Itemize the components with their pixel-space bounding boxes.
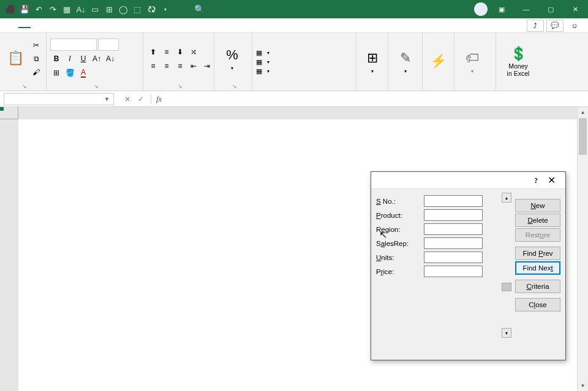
price-field[interactable] <box>424 266 483 277</box>
minimize-button[interactable]: — <box>516 0 537 18</box>
qat-button[interactable]: ▦ <box>60 2 74 16</box>
quick-access-toolbar: ⬛ 💾 ↶ ↷ ▦ A↓ ▭ ⊞ ◯ ⬚ 🗘 ▾ <box>0 2 176 16</box>
tab-page-layout[interactable] <box>45 24 58 28</box>
tab-file[interactable] <box>5 24 17 28</box>
borders-button[interactable]: ⊞ <box>50 67 62 79</box>
save-icon[interactable]: 💾 <box>18 2 31 16</box>
undo-icon[interactable]: ↶ <box>32 2 45 16</box>
underline-button[interactable]: U <box>77 53 89 65</box>
sensitivity-button[interactable]: 🏷▾ <box>458 42 486 82</box>
chevron-down-icon[interactable]: ▼ <box>104 96 110 102</box>
delete-button[interactable]: Delete <box>515 214 560 227</box>
enter-formula-icon[interactable]: ✓ <box>135 95 147 103</box>
qat-customize-icon[interactable]: ▾ <box>159 2 172 16</box>
dialog-launcher-icon[interactable]: ↘ <box>22 83 27 89</box>
font-size-selector[interactable] <box>98 39 119 51</box>
increase-indent-icon[interactable]: ⇥ <box>201 60 213 72</box>
tab-review[interactable] <box>86 24 98 28</box>
close-button[interactable]: Close <box>515 298 560 311</box>
autosave-toggle[interactable]: ⬛ <box>4 2 17 16</box>
dialog-launcher-icon[interactable]: ↘ <box>94 83 99 89</box>
tab-insert[interactable] <box>32 24 44 28</box>
find-next-button[interactable]: Find Next <box>515 261 560 275</box>
cut-icon[interactable]: ✂ <box>30 39 42 51</box>
font-selector[interactable] <box>50 39 97 51</box>
copy-icon[interactable]: ⧉ <box>30 53 42 65</box>
align-left-icon[interactable]: ≡ <box>147 60 159 72</box>
units-field[interactable] <box>424 251 483 263</box>
align-right-icon[interactable]: ≡ <box>174 60 186 72</box>
tab-developer[interactable] <box>113 24 125 28</box>
name-box[interactable]: ▼ <box>4 93 114 105</box>
dialog-scrollbar[interactable]: ▴ ▾ <box>502 193 511 356</box>
cells-button[interactable]: ⊞▾ <box>360 42 384 82</box>
dialog-launcher-icon[interactable]: ↘ <box>232 83 237 89</box>
tab-home[interactable] <box>18 23 31 28</box>
increase-font-icon[interactable]: A↑ <box>91 53 103 65</box>
scrollbar-thumb[interactable] <box>579 118 587 155</box>
ribbon-display-options-icon[interactable]: ▣ <box>491 0 512 18</box>
close-icon[interactable]: ✕ <box>544 174 559 186</box>
fill-color-button[interactable]: 🪣 <box>64 67 76 79</box>
font-color-button[interactable]: A <box>77 67 89 79</box>
qat-button[interactable]: ▭ <box>88 2 102 16</box>
bold-button[interactable]: B <box>50 53 62 65</box>
help-face-icon[interactable]: ☺ <box>566 20 583 32</box>
scrollbar-thumb[interactable] <box>502 283 511 291</box>
vertical-scrollbar[interactable]: ▲ ▼ <box>577 107 588 391</box>
scroll-up-icon[interactable]: ▲ <box>578 107 588 117</box>
share-button[interactable]: ⤴ <box>527 20 544 32</box>
qat-refresh-icon[interactable]: 🗘 <box>145 2 158 16</box>
search-icon[interactable]: 🔍 <box>176 4 205 14</box>
avatar[interactable] <box>474 2 488 16</box>
italic-button[interactable]: I <box>64 53 76 65</box>
decrease-indent-icon[interactable]: ⇤ <box>187 60 200 72</box>
decrease-font-icon[interactable]: A↓ <box>104 53 116 65</box>
tab-power-pivot[interactable] <box>140 24 152 28</box>
tab-table-design[interactable] <box>153 24 165 28</box>
redo-icon[interactable]: ↷ <box>46 2 59 16</box>
format-painter-icon[interactable]: 🖌 <box>30 66 42 78</box>
qat-button[interactable]: ⊞ <box>102 2 116 16</box>
close-button[interactable]: ✕ <box>565 0 586 18</box>
orientation-icon[interactable]: ⤭ <box>187 46 200 58</box>
sort-asc-icon[interactable]: A↓ <box>74 2 88 16</box>
cond-format-icon: ▦ <box>256 49 262 57</box>
dialog-launcher-icon[interactable]: ↘ <box>178 83 183 89</box>
align-top-icon[interactable]: ⬆ <box>147 46 159 58</box>
restore-button[interactable]: Restore <box>515 228 560 242</box>
new-button[interactable]: New <box>515 199 560 212</box>
cell-styles-button[interactable]: ▦▾ <box>256 67 270 75</box>
find-prev-button[interactable]: Find Prev <box>515 247 560 260</box>
tab-data[interactable] <box>72 24 85 28</box>
ideas-button[interactable]: ⚡ <box>426 42 450 82</box>
conditional-formatting-button[interactable]: ▦▾ <box>256 49 270 57</box>
tab-power-view[interactable] <box>126 24 138 28</box>
number-format-button[interactable]: %▾ <box>218 39 246 79</box>
scroll-down-icon[interactable]: ▾ <box>502 328 511 338</box>
maximize-button[interactable]: ▢ <box>540 0 561 18</box>
align-center-icon[interactable]: ≡ <box>160 60 173 72</box>
fill-handle[interactable] <box>0 107 4 111</box>
region-field[interactable] <box>424 223 483 235</box>
scroll-down-icon[interactable]: ▼ <box>578 381 588 391</box>
paste-button[interactable]: 📋 <box>4 39 28 79</box>
qat-button[interactable]: ◯ <box>116 2 130 16</box>
cancel-formula-icon[interactable]: ✕ <box>121 95 134 103</box>
tab-view[interactable] <box>99 24 111 28</box>
money-in-excel-button[interactable]: 💲Moneyin Excel <box>500 42 537 82</box>
comments-button[interactable]: 💬 <box>546 20 564 32</box>
align-middle-icon[interactable]: ≡ <box>160 46 173 58</box>
product-field[interactable] <box>424 209 483 221</box>
qat-button[interactable]: ⬚ <box>130 2 144 16</box>
sno-field[interactable] <box>424 195 483 207</box>
insert-function-button[interactable]: fx <box>151 94 167 104</box>
salesrep-field[interactable] <box>424 237 483 249</box>
help-button[interactable]: ? <box>528 177 544 184</box>
scroll-up-icon[interactable]: ▴ <box>502 193 511 203</box>
tab-formulas[interactable] <box>59 24 71 28</box>
format-as-table-button[interactable]: ▦▾ <box>256 58 270 66</box>
criteria-button[interactable]: Criteria <box>515 280 560 293</box>
align-bottom-icon[interactable]: ⬇ <box>174 46 186 58</box>
editing-button[interactable]: ✎▾ <box>392 42 418 82</box>
